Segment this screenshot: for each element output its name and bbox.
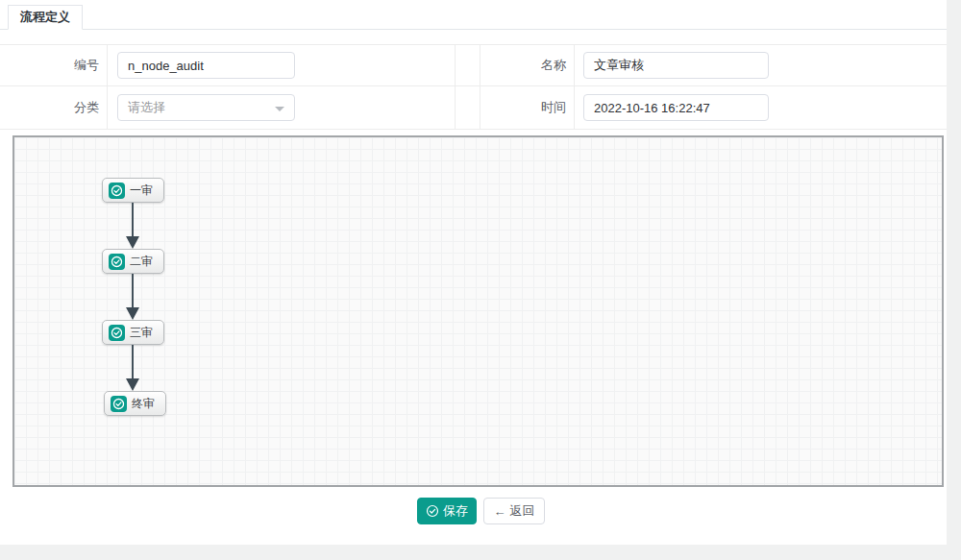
check-circle-icon — [109, 183, 125, 199]
tab-bar: 流程定义 — [0, 0, 947, 30]
flow-edge-line — [132, 203, 134, 237]
tab-label: 流程定义 — [20, 10, 70, 24]
node-label: 一审 — [130, 183, 153, 199]
node-label: 三审 — [130, 325, 153, 341]
flow-node-second-review[interactable]: 二审 — [102, 249, 164, 274]
back-button-label: 返回 — [510, 502, 535, 520]
number-label: 编号 — [0, 45, 108, 86]
page-footer-strip — [0, 545, 961, 560]
category-select[interactable]: 请选择 — [117, 94, 295, 121]
form-spacer — [456, 86, 480, 129]
category-select-placeholder: 请选择 — [128, 99, 165, 116]
name-label: 名称 — [480, 45, 575, 86]
process-form: 编号 名称 分类 请选择 时间 — [0, 44, 947, 130]
flow-node-third-review[interactable]: 三审 — [102, 320, 164, 345]
arrowhead-icon — [126, 378, 139, 391]
category-label: 分类 — [0, 86, 108, 129]
form-spacer — [456, 45, 480, 86]
check-circle-icon — [109, 325, 125, 341]
flow-edge-line — [132, 274, 134, 308]
page: 流程定义 编号 名称 分类 请选择 时间 — [0, 0, 961, 560]
flow-node-first-review[interactable]: 一审 — [102, 178, 164, 203]
arrowhead-icon — [126, 307, 139, 320]
chevron-down-icon — [275, 107, 284, 111]
tab-process-definition[interactable]: 流程定义 — [8, 5, 83, 30]
time-input[interactable] — [583, 94, 769, 121]
time-label: 时间 — [480, 86, 575, 129]
node-label: 终审 — [132, 396, 155, 412]
arrowhead-icon — [126, 236, 139, 249]
node-label: 二审 — [130, 254, 153, 270]
save-button-label: 保存 — [443, 502, 468, 520]
shield-check-icon — [426, 504, 439, 518]
flow-node-final-review[interactable]: 终审 — [104, 391, 166, 416]
flow-edge-line — [132, 345, 134, 379]
content-card: 流程定义 编号 名称 分类 请选择 时间 — [0, 0, 947, 545]
arrow-left-icon: ← — [494, 504, 506, 519]
back-button[interactable]: ← 返回 — [483, 498, 545, 524]
check-circle-icon — [111, 396, 127, 412]
flow-canvas[interactable]: 一审 二审 — [12, 135, 944, 487]
save-button[interactable]: 保存 — [417, 498, 477, 524]
number-input[interactable] — [117, 52, 295, 79]
check-circle-icon — [109, 254, 125, 270]
name-input[interactable] — [583, 52, 769, 79]
